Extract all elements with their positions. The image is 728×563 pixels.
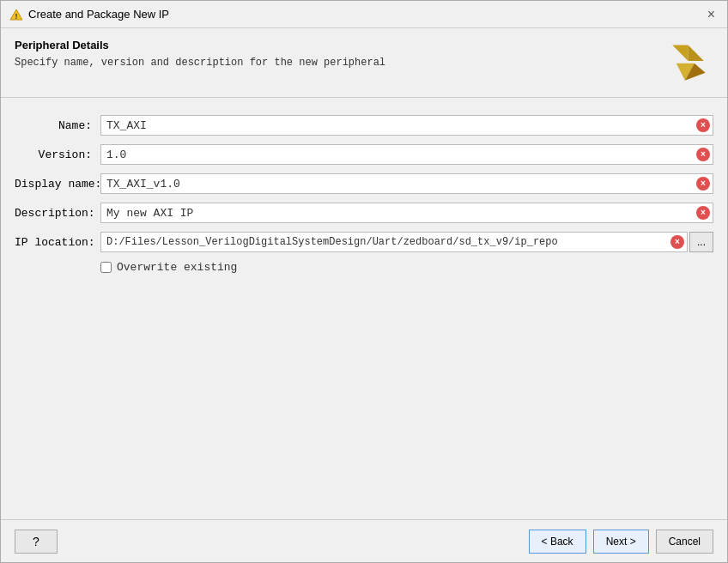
- display-name-row: Display name: ×: [15, 173, 713, 194]
- display-name-input[interactable]: [100, 173, 713, 194]
- overwrite-label[interactable]: Overwrite existing: [117, 261, 237, 274]
- display-name-input-wrap: ×: [100, 173, 713, 194]
- description-input[interactable]: [100, 203, 713, 223]
- browse-button[interactable]: ...: [689, 232, 713, 252]
- description-clear-button[interactable]: ×: [696, 206, 710, 220]
- footer-right: < Back Next > Cancel: [529, 530, 713, 554]
- close-button[interactable]: ×: [704, 7, 719, 22]
- name-clear-button[interactable]: ×: [696, 118, 710, 132]
- description-input-wrap: ×: [100, 203, 713, 223]
- warning-icon: !: [9, 8, 23, 21]
- ip-location-clear-button[interactable]: ×: [670, 235, 684, 249]
- help-button[interactable]: ?: [15, 530, 58, 554]
- version-label: Version:: [15, 148, 100, 161]
- form-content: Name: × Version: × Display name: × Descr…: [1, 98, 727, 519]
- logo-area: [662, 39, 713, 90]
- next-button[interactable]: Next >: [593, 530, 649, 554]
- main-window: ! Create and Package New IP × Peripheral…: [0, 0, 728, 563]
- svg-marker-3: [688, 45, 703, 60]
- overwrite-row: Overwrite existing: [100, 261, 713, 274]
- title-bar-left: ! Create and Package New IP: [9, 8, 169, 21]
- page-title: Peripheral Details: [15, 39, 662, 51]
- description-label: Description:: [15, 207, 100, 220]
- name-input-wrap: ×: [100, 115, 713, 136]
- ip-location-row: IP location: × ...: [15, 232, 713, 252]
- svg-marker-2: [672, 45, 688, 60]
- svg-text:!: !: [14, 13, 18, 21]
- description-row: Description: ×: [15, 203, 713, 223]
- ip-location-input-group: × ...: [100, 232, 713, 252]
- footer-left: ?: [15, 530, 58, 554]
- version-input[interactable]: [100, 144, 713, 165]
- name-row: Name: ×: [15, 115, 713, 136]
- ip-location-input[interactable]: [100, 232, 688, 252]
- back-button[interactable]: < Back: [529, 530, 586, 554]
- version-clear-button[interactable]: ×: [696, 148, 710, 161]
- version-input-wrap: ×: [100, 144, 713, 165]
- cancel-button[interactable]: Cancel: [656, 530, 713, 554]
- name-label: Name:: [15, 119, 100, 132]
- window-title: Create and Package New IP: [28, 8, 169, 21]
- version-row: Version: ×: [15, 144, 713, 165]
- footer: ? < Back Next > Cancel: [1, 519, 727, 562]
- display-name-label: Display name:: [15, 178, 100, 191]
- page-subtitle: Specify name, version and description fo…: [15, 57, 662, 69]
- display-name-clear-button[interactable]: ×: [696, 177, 710, 191]
- header-text: Peripheral Details Specify name, version…: [15, 39, 662, 69]
- title-bar: ! Create and Package New IP ×: [1, 1, 727, 28]
- xilinx-logo: [664, 41, 712, 88]
- overwrite-checkbox[interactable]: [100, 262, 112, 273]
- ip-location-label: IP location:: [15, 236, 100, 249]
- header-section: Peripheral Details Specify name, version…: [1, 28, 727, 97]
- name-input[interactable]: [100, 115, 713, 136]
